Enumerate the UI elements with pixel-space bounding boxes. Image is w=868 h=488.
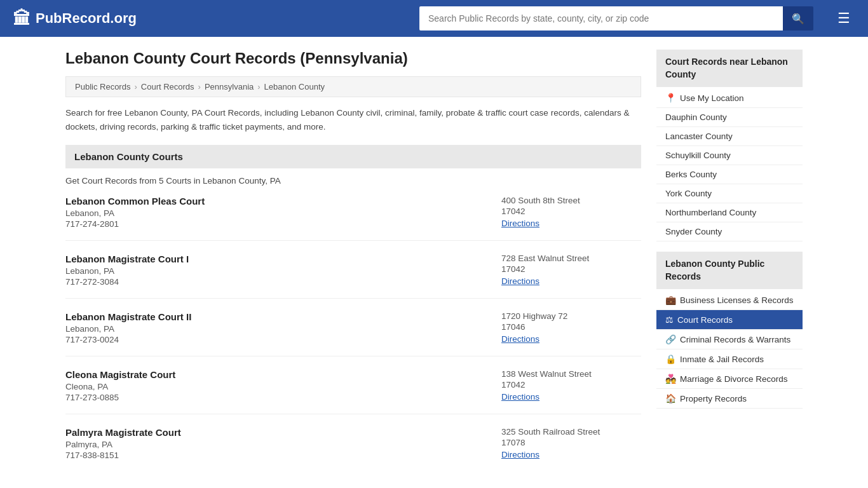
sidebar-item-public-record[interactable]: 🔗 Criminal Records & Warrants <box>656 330 803 349</box>
sidebar-item-nearby-county[interactable]: Schuylkill County <box>656 146 803 165</box>
breadcrumb-sep-2: › <box>198 82 201 92</box>
court-phone: 717-274-2801 <box>65 219 501 229</box>
location-icon: 📍 <box>665 93 676 103</box>
court-entry: Palmyra Magistrate Court Palmyra, PA 717… <box>65 427 641 471</box>
site-logo[interactable]: 🏛 PubRecord.org <box>13 8 137 29</box>
court-phone: 717-273-0024 <box>65 335 501 344</box>
logo-text: PubRecord.org <box>36 10 137 27</box>
court-name: Cleona Magistrate Court <box>65 369 501 380</box>
court-address: 728 East Walnut Street 17042 Directions <box>501 254 641 287</box>
menu-button[interactable]: ☰ <box>832 8 855 29</box>
court-zip: 17078 <box>501 438 641 447</box>
court-city: Lebanon, PA <box>65 324 501 334</box>
court-info: Lebanon Common Pleas Court Lebanon, PA 7… <box>65 196 501 229</box>
court-phone: 717-838-8151 <box>65 451 501 460</box>
sidebar-item-nearby-county[interactable]: Lancaster County <box>656 127 803 146</box>
court-phone: 717-272-3084 <box>65 277 501 287</box>
sidebar-county-link[interactable]: York County <box>665 189 712 198</box>
court-name: Lebanon Common Pleas Court <box>65 196 501 207</box>
site-header: 🏛 PubRecord.org 🔍 ☰ <box>0 0 868 37</box>
court-entry: Lebanon Magistrate Court I Lebanon, PA 7… <box>65 254 641 299</box>
sidebar-item-public-record[interactable]: 🏠 Property Records <box>656 389 803 409</box>
court-address: 325 South Railroad Street 17078 Directio… <box>501 427 641 460</box>
court-entry: Lebanon Magistrate Court II Lebanon, PA … <box>65 311 641 356</box>
court-address: 1720 Highway 72 17046 Directions <box>501 311 641 344</box>
court-street: 1720 Highway 72 <box>501 311 641 321</box>
record-type-icon: 🏠 <box>665 393 676 403</box>
sidebar-county-link[interactable]: Schuylkill County <box>665 151 731 160</box>
breadcrumb-pennsylvania[interactable]: Pennsylvania <box>205 82 254 92</box>
sidebar-county-link[interactable]: Berks County <box>665 170 717 179</box>
record-type-icon: 🔒 <box>665 354 676 364</box>
search-button[interactable]: 🔍 <box>783 6 813 30</box>
court-city: Lebanon, PA <box>65 266 501 276</box>
court-info: Lebanon Magistrate Court I Lebanon, PA 7… <box>65 254 501 287</box>
court-zip: 17042 <box>501 380 641 390</box>
nearby-counties-list: 📍 Use My Location Dauphin CountyLancaste… <box>656 88 803 241</box>
sidebar: Court Records near Lebanon County 📍 Use … <box>656 50 803 484</box>
search-area: 🔍 <box>419 6 813 30</box>
page-title: Lebanon County Court Records (Pennsylvan… <box>65 50 641 67</box>
directions-link[interactable]: Directions <box>501 334 539 344</box>
sidebar-item-public-record[interactable]: ⚖ Court Records <box>656 310 803 330</box>
record-type-link[interactable]: Inmate & Jail Records <box>680 355 764 364</box>
courts-section-header: Lebanon County Courts <box>65 145 641 168</box>
sidebar-item-nearby-county[interactable]: Berks County <box>656 165 803 184</box>
record-type-icon: 🔗 <box>665 334 676 344</box>
breadcrumb: Public Records › Court Records › Pennsyl… <box>65 76 641 97</box>
sidebar-item-public-record[interactable]: 💼 Business Licenses & Records <box>656 290 803 310</box>
court-name: Lebanon Magistrate Court I <box>65 254 501 264</box>
sidebar-county-link[interactable]: Lancaster County <box>665 132 733 141</box>
court-entry: Lebanon Common Pleas Court Lebanon, PA 7… <box>65 196 641 241</box>
sidebar-item-public-record[interactable]: 💑 Marriage & Divorce Records <box>656 369 803 389</box>
directions-link[interactable]: Directions <box>501 276 539 286</box>
public-records-list: 💼 Business Licenses & Records ⚖ Court Re… <box>656 290 803 409</box>
record-type-link[interactable]: Property Records <box>680 394 747 403</box>
record-type-icon: 💼 <box>665 295 676 305</box>
sidebar-county-link[interactable]: Northumberland County <box>665 208 756 217</box>
directions-link[interactable]: Directions <box>501 392 539 402</box>
main-container: Lebanon County Court Records (Pennsylvan… <box>53 37 815 488</box>
court-zip: 17046 <box>501 322 641 332</box>
breadcrumb-court-records[interactable]: Court Records <box>141 82 194 92</box>
record-type-icon: ⚖ <box>665 315 674 325</box>
sidebar-county-link[interactable]: Snyder County <box>665 227 722 236</box>
breadcrumb-sep-1: › <box>134 82 137 92</box>
breadcrumb-lebanon-county: Lebanon County <box>264 82 325 92</box>
breadcrumb-sep-3: › <box>257 82 260 92</box>
court-city: Palmyra, PA <box>65 440 501 449</box>
record-type-link[interactable]: Court Records <box>677 315 733 325</box>
record-type-link[interactable]: Business Licenses & Records <box>680 295 794 305</box>
record-type-link[interactable]: Marriage & Divorce Records <box>680 374 788 384</box>
sidebar-item-nearby-county[interactable]: Dauphin County <box>656 108 803 127</box>
use-my-location[interactable]: 📍 Use My Location <box>656 88 803 108</box>
courts-count: Get Court Records from 5 Courts in Leban… <box>65 176 641 186</box>
record-type-icon: 💑 <box>665 374 676 384</box>
court-info: Cleona Magistrate Court Cleona, PA 717-2… <box>65 369 501 402</box>
court-name: Lebanon Magistrate Court II <box>65 311 501 322</box>
nearby-heading: Court Records near Lebanon County <box>656 50 803 87</box>
court-phone: 717-273-0885 <box>65 393 501 402</box>
court-city: Lebanon, PA <box>65 208 501 218</box>
public-records-heading: Lebanon County Public Records <box>656 252 803 289</box>
court-street: 400 South 8th Street <box>501 196 641 205</box>
sidebar-item-nearby-county[interactable]: York County <box>656 184 803 203</box>
court-street: 728 East Walnut Street <box>501 254 641 263</box>
record-type-link[interactable]: Criminal Records & Warrants <box>680 335 790 344</box>
court-street: 138 West Walnut Street <box>501 369 641 379</box>
sidebar-county-link[interactable]: Dauphin County <box>665 112 727 122</box>
directions-link[interactable]: Directions <box>501 219 539 228</box>
sidebar-item-nearby-county[interactable]: Snyder County <box>656 222 803 241</box>
breadcrumb-public-records[interactable]: Public Records <box>75 82 130 92</box>
court-city: Cleona, PA <box>65 382 501 391</box>
content-area: Lebanon County Court Records (Pennsylvan… <box>65 50 641 484</box>
court-name: Palmyra Magistrate Court <box>65 427 501 438</box>
court-zip: 17042 <box>501 264 641 274</box>
sidebar-item-nearby-county[interactable]: Northumberland County <box>656 203 803 222</box>
court-info: Lebanon Magistrate Court II Lebanon, PA … <box>65 311 501 344</box>
page-description: Search for free Lebanon County, PA Court… <box>65 106 641 133</box>
directions-link[interactable]: Directions <box>501 450 539 459</box>
sidebar-item-public-record[interactable]: 🔒 Inmate & Jail Records <box>656 349 803 369</box>
search-input[interactable] <box>419 6 783 30</box>
courts-list: Lebanon Common Pleas Court Lebanon, PA 7… <box>65 196 641 471</box>
